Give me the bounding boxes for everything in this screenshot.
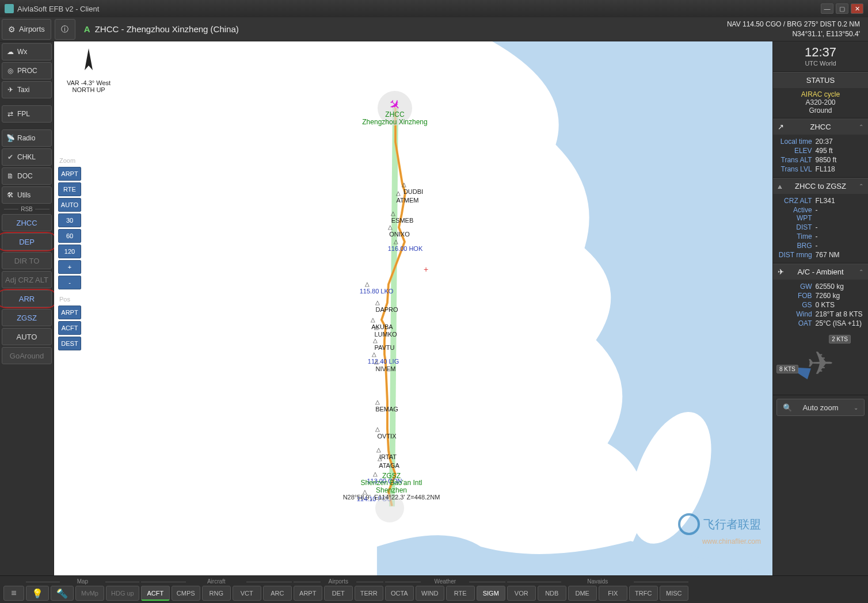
bb-mvmp[interactable]: MvMp xyxy=(75,586,104,601)
sidebar-fpl[interactable]: ⇄FPL xyxy=(2,105,52,123)
rsb-text: Adj CRZ ALT xyxy=(5,276,48,284)
header-bar: ⚙Airports ⓘ A ZHCC - Zhengzhou Xinzheng … xyxy=(0,17,868,41)
rsb-adjcrzalt[interactable]: Adj CRZ ALT xyxy=(2,271,52,288)
bb-octa[interactable]: OCTA xyxy=(385,586,414,601)
zoom-auto[interactable]: AUTO xyxy=(58,198,81,212)
pos-acft[interactable]: ACFT xyxy=(58,321,81,335)
pos-dest[interactable]: DEST xyxy=(58,337,81,350)
zoom-minus[interactable]: - xyxy=(58,276,81,289)
airac-cycle: AIRAC cycle xyxy=(778,90,863,98)
airports-label: Airports xyxy=(19,25,45,33)
info-row: DIST rmng767 NM xyxy=(778,250,863,259)
info-button[interactable]: ⓘ xyxy=(55,19,75,40)
sidebar-proc[interactable]: ◎PROC xyxy=(2,62,52,79)
bb-cmps[interactable]: CMPS xyxy=(172,586,200,601)
bb-arc[interactable]: ARC xyxy=(263,586,292,601)
cloud-icon: ☁ xyxy=(6,48,15,56)
pos-arpt[interactable]: ARPT xyxy=(58,306,81,319)
rsb-dirto[interactable]: DIR TO xyxy=(2,252,52,269)
center-cross-icon: + xyxy=(424,265,428,274)
close-button[interactable]: ✕ xyxy=(851,3,863,14)
bb-daymode[interactable]: 💡 xyxy=(26,586,49,601)
zoom-60[interactable]: 60 xyxy=(58,229,81,243)
watermark-text: 飞行者联盟 xyxy=(703,517,761,532)
rsb-zhcc[interactable]: ZHCC xyxy=(2,214,52,231)
waypoint-marker: △ xyxy=(375,399,380,405)
zhcc-header[interactable]: ↗ZHCC⌃ xyxy=(773,119,868,135)
bb-misc[interactable]: MISC xyxy=(660,586,688,601)
rsb-arr[interactable]: ARR xyxy=(2,290,52,307)
zoom-plus[interactable]: + xyxy=(58,260,81,274)
info-key: Active WPT xyxy=(778,206,816,222)
waypoint-label: BEMAG xyxy=(375,406,398,413)
minimize-button[interactable]: — xyxy=(821,3,833,14)
right-panel: 12:37 UTC World STATUS AIRAC cycle A320-… xyxy=(772,41,868,575)
rsb-goaround[interactable]: GoAround xyxy=(2,347,52,364)
bb-arpt[interactable]: ARPT xyxy=(294,586,322,601)
bb-vct[interactable]: VCT xyxy=(233,586,261,601)
status-title: STATUS xyxy=(806,76,835,85)
waypoint-label: 112.40 LIG xyxy=(368,358,399,365)
sidebar-chkl[interactable]: ✔CHKL xyxy=(2,148,52,166)
bb-label: MvMp xyxy=(81,590,98,597)
aircraft-state: Ground xyxy=(778,106,863,115)
airports-button[interactable]: ⚙Airports xyxy=(2,19,51,40)
autozoom-button[interactable]: 🔍Auto zoom⌄ xyxy=(776,399,865,416)
bb-rte[interactable]: RTE xyxy=(446,586,475,601)
bb-det[interactable]: DET xyxy=(324,586,353,601)
sidebar-utils[interactable]: 🛠Utils xyxy=(2,186,52,204)
wind-top-badge: 2 KTS xyxy=(829,335,851,344)
bb-vor[interactable]: VOR xyxy=(507,586,536,601)
menu-button[interactable]: ≡ xyxy=(3,586,24,601)
sun-icon: 💡 xyxy=(32,588,43,599)
bb-hdgup[interactable]: HDG up xyxy=(106,586,139,601)
zoom-120[interactable]: 120 xyxy=(58,245,81,258)
info-value: 0 KTS xyxy=(816,301,863,309)
sidebar-taxi[interactable]: ✈Taxi xyxy=(2,81,52,98)
bb-terr[interactable]: TERR xyxy=(355,586,383,601)
info-row: GW62550 kg xyxy=(778,282,863,291)
pos-label: Pos xyxy=(58,295,81,304)
info-value: 495 ft xyxy=(816,147,863,155)
map-group-title: Map xyxy=(26,578,139,585)
zoom-rte[interactable]: RTE xyxy=(58,182,81,196)
autozoom-label: Auto zoom xyxy=(802,403,838,412)
info-row: BRG- xyxy=(778,241,863,250)
wind-left-badge: 8 KTS xyxy=(776,365,798,373)
bb-acft[interactable]: ACFT xyxy=(141,586,170,601)
bb-fix[interactable]: FIX xyxy=(599,586,627,601)
sidebar-radio[interactable]: 📡Radio xyxy=(2,129,52,147)
bb-sigm[interactable]: SIGM xyxy=(477,586,505,601)
waypoint-marker: △ xyxy=(394,238,398,245)
rsb-dep[interactable]: DEP xyxy=(2,233,52,250)
ambient-header[interactable]: ✈A/C - Ambient⌃ xyxy=(773,264,868,280)
zoom-30[interactable]: 30 xyxy=(58,213,81,227)
zhcc-title: ZHCC xyxy=(810,123,831,131)
sidebar-doc[interactable]: 🗎DOC xyxy=(2,167,52,185)
tools-icon: 🛠 xyxy=(6,191,15,199)
waypoint-marker: △ xyxy=(373,471,378,477)
info-key: OAT xyxy=(778,319,816,327)
info-key: DIST xyxy=(778,223,816,231)
route-header[interactable]: ⟁ZHCC to ZGSZ⌃ xyxy=(773,178,868,194)
info-key: BRG xyxy=(778,242,816,250)
bb-ndb[interactable]: NDB xyxy=(538,586,566,601)
aircraft-group-title: Aircraft xyxy=(141,578,292,585)
status-header[interactable]: STATUS xyxy=(773,72,868,88)
info-key: ELEV xyxy=(778,147,816,155)
sidebar-wx[interactable]: ☁Wx xyxy=(2,43,52,60)
maximize-button[interactable]: ▢ xyxy=(836,3,848,14)
bb-wind[interactable]: WIND xyxy=(416,586,444,601)
waypoint-label: NIVEM xyxy=(376,365,396,372)
bb-rng[interactable]: RNG xyxy=(202,586,231,601)
bb-dme[interactable]: DME xyxy=(568,586,597,601)
zoom-arpt[interactable]: ARPT xyxy=(58,167,81,181)
rsb-auto[interactable]: AUTO xyxy=(2,328,52,345)
info-row: FOB7260 kg xyxy=(778,291,863,300)
bb-trfc[interactable]: TRFC xyxy=(629,586,658,601)
map-canvas[interactable]: VAR -4.3° West NORTH UP ✈ ZHCC Zhengzhou… xyxy=(54,41,772,575)
rsb-zgsz[interactable]: ZGSZ xyxy=(2,309,52,326)
waypoint-label: ATAGA xyxy=(379,462,399,469)
bb-nightmode[interactable]: 🔦 xyxy=(51,586,74,601)
info-value: 20:37 xyxy=(816,138,863,146)
